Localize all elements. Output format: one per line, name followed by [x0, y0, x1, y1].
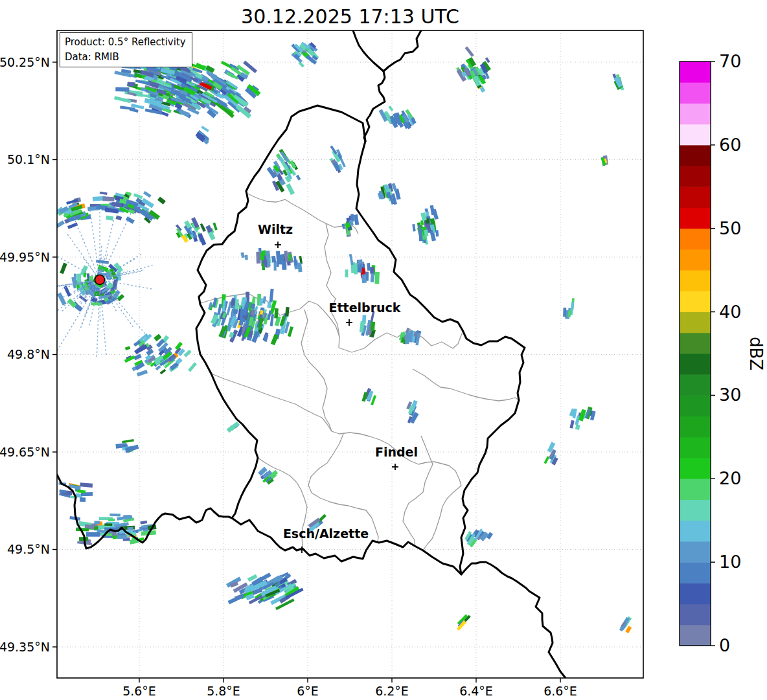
- lon-tick-label: 6.6°E: [544, 684, 577, 698]
- radar-spoke: [72, 212, 97, 272]
- product-info-line2: Data: RMIB: [65, 50, 186, 65]
- radar-echo-bin: [115, 216, 122, 221]
- colorbar-segment: [680, 145, 711, 166]
- colorbar-segment: [680, 62, 711, 83]
- radar-echo-bin: [100, 192, 108, 195]
- radar-echo-bin: [575, 416, 580, 425]
- radar-echo-bin: [54, 220, 65, 229]
- city-wiltz: Wiltz: [258, 222, 293, 248]
- country-border-belgium-germany-n: [353, 30, 384, 71]
- lon-tick-label: 6.2°E: [375, 684, 409, 698]
- colorbar-tick-label: 50: [719, 218, 741, 238]
- city-findel: Findel: [375, 445, 418, 470]
- colorbar-segment: [680, 437, 711, 458]
- radar-figure: WiltzEttelbruckFindelEsch/Alzette50.25°N…: [0, 0, 767, 700]
- colorbar-segment: [680, 521, 711, 542]
- lon-tick-label: 5.8°E: [207, 684, 240, 698]
- colorbar-segment: [680, 270, 711, 291]
- radar-echo-bin: [109, 514, 120, 517]
- colorbar-segment: [680, 395, 711, 416]
- colorbar-tick-label: 40: [719, 302, 741, 322]
- radar-echo-bin: [128, 82, 135, 87]
- radar-echo-bin: [345, 269, 349, 277]
- city-label: Wiltz: [258, 222, 293, 236]
- colorbar-segment: [680, 354, 711, 375]
- radar-echo-bin: [179, 109, 190, 117]
- radar-echo-bin: [137, 370, 148, 376]
- radar-echo-bin: [435, 230, 439, 236]
- radar-echo-bin: [371, 273, 375, 282]
- radar-map-canvas: WiltzEttelbruckFindelEsch/Alzette50.25°N…: [0, 0, 767, 700]
- radar-echo-bin: [122, 439, 134, 443]
- radar-echo-bin: [94, 521, 100, 524]
- colorbar-tick-label: 10: [719, 552, 741, 572]
- radar-echo-bin: [108, 519, 115, 521]
- radar-echo-bin: [264, 260, 268, 267]
- colorbar-segment: [680, 458, 711, 479]
- colorbar-segment: [680, 479, 711, 500]
- radar-echo-bin: [91, 302, 102, 306]
- radar-echo-bin: [80, 482, 93, 488]
- radar-echo-bin: [575, 424, 580, 430]
- colorbar-tick-label: 0: [719, 635, 730, 655]
- colorbar-segment: [680, 166, 711, 187]
- radar-echo-bin: [276, 251, 280, 264]
- radar-echo-bin: [67, 222, 78, 229]
- radar-echo-bin: [544, 456, 550, 464]
- radar-echo-bin: [57, 293, 66, 306]
- colorbar-tick-label: 60: [719, 135, 741, 155]
- country-border-luxembourg: [196, 106, 525, 574]
- district-border-path: [301, 310, 332, 431]
- lon-tick-label: 5.6°E: [122, 684, 156, 698]
- colorbar-segment: [680, 103, 711, 124]
- echo-layer: [53, 42, 632, 633]
- radar-echo-bin: [342, 223, 346, 229]
- radar-echo-bin: [160, 369, 166, 374]
- radar-spoke: [97, 286, 99, 358]
- radar-echo-bin: [76, 490, 86, 493]
- radar-spoke: [67, 234, 95, 274]
- lat-tick-label: 50.1°N: [7, 152, 50, 166]
- radar-echo-bin: [360, 264, 362, 272]
- radar-echo-bin: [117, 535, 127, 539]
- radar-echo-bin: [201, 126, 209, 132]
- colorbar-segment: [680, 416, 711, 438]
- radar-echo-bin: [267, 301, 271, 308]
- radar-echo-bin: [371, 322, 375, 332]
- lon-tick-label: 6°E: [297, 684, 319, 698]
- radar-echo-bin: [60, 263, 67, 275]
- radar-echo-bin: [354, 263, 358, 274]
- radar-echo-bin: [80, 497, 86, 502]
- country-border-france-germany: [461, 562, 566, 678]
- radar-echo-bin: [285, 307, 290, 317]
- colorbar-segment: [680, 208, 711, 229]
- radar-echo-bin: [198, 233, 206, 245]
- city-label: Ettelbruck: [329, 300, 401, 315]
- radar-echo-bin: [125, 346, 130, 350]
- colorbar-segment: [680, 312, 711, 333]
- colorbar-segment: [680, 333, 711, 354]
- colorbar-segment: [680, 583, 711, 604]
- radar-echo-bin: [245, 255, 248, 260]
- radar-echo-bin: [282, 262, 286, 270]
- district-border-path: [423, 486, 461, 550]
- colorbar-unit-label: dBZ: [746, 337, 766, 370]
- radar-echo-bin: [354, 214, 359, 225]
- colorbar-segment: [680, 82, 711, 104]
- radar-echo-bin: [102, 196, 115, 201]
- radar-echo-bin: [86, 532, 100, 537]
- radar-echo-bin: [269, 289, 274, 302]
- radar-echo-bin: [296, 175, 301, 181]
- radar-echo-bin: [256, 252, 260, 264]
- radar-spoke: [104, 279, 113, 280]
- radar-echo-bin: [374, 272, 380, 284]
- colorbar-segment: [680, 625, 711, 646]
- radar-echo-bin: [114, 96, 131, 103]
- radar-echo-bin: [288, 326, 293, 337]
- lat-tick-label: 49.8°N: [7, 347, 50, 361]
- radar-echo-bin: [349, 254, 354, 265]
- colorbar-segment: [680, 229, 711, 250]
- radar-echo-bin: [213, 223, 218, 231]
- lon-tick-label: 6.4°E: [459, 684, 493, 698]
- radar-echo-bin: [569, 420, 574, 429]
